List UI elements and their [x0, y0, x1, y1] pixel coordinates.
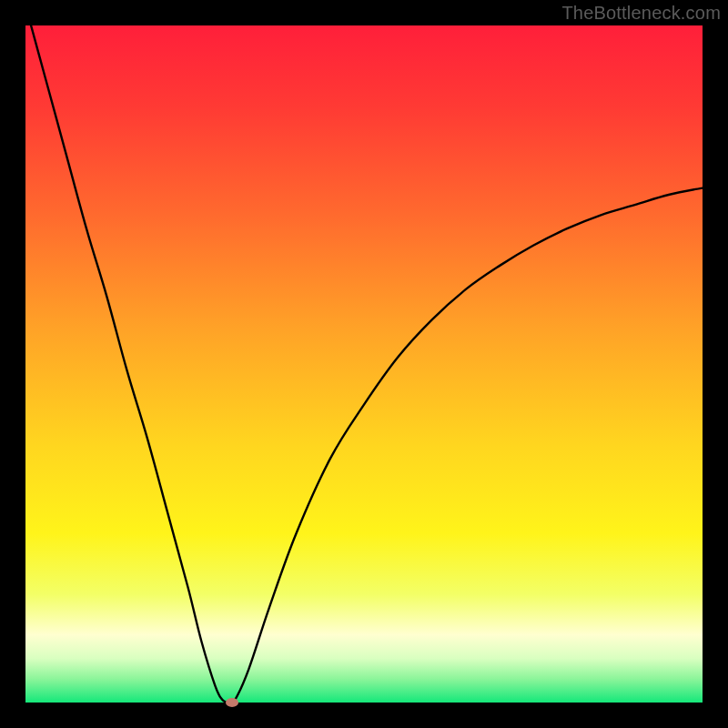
watermark-text: TheBottleneck.com	[561, 3, 721, 24]
chart-frame: TheBottleneck.com	[0, 0, 728, 728]
optimal-point-marker	[226, 698, 238, 707]
bottleneck-curve	[25, 25, 703, 703]
plot-area	[25, 25, 703, 703]
